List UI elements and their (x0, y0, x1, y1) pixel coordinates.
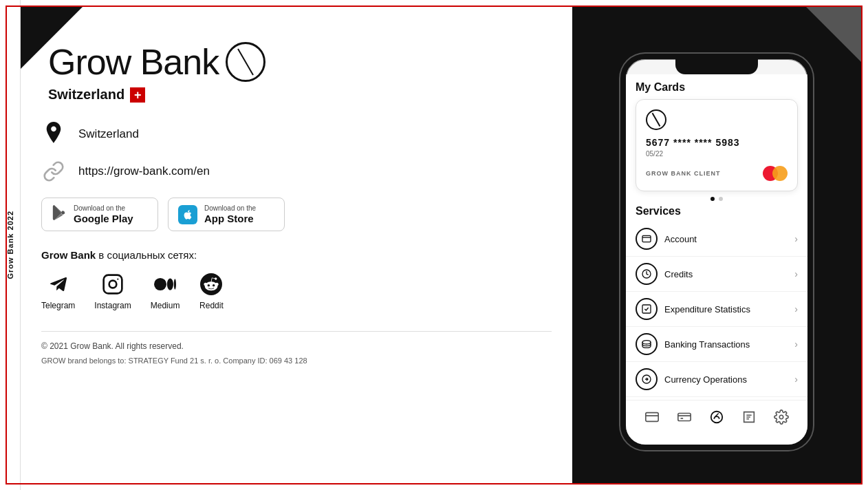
svg-rect-0 (104, 275, 122, 294)
svg-point-12 (780, 415, 784, 419)
service-item-currency[interactable]: Currency Operations › (626, 362, 807, 397)
social-intro: в социальных сетях: (96, 249, 197, 261)
social-title: Grow Bank в социальных сетях: (41, 249, 552, 261)
social-brand-bold: Grow Bank (41, 249, 96, 261)
right-panel: My Cards 5677 **** **** 5983 05/22 GROW … (572, 7, 861, 483)
mastercard-icon (763, 166, 788, 181)
swiss-flag-icon (130, 87, 145, 103)
google-play-icon (52, 205, 67, 224)
nav-card-icon[interactable] (675, 407, 694, 427)
card-dot-2 (719, 197, 723, 201)
expenditure-label: Expenditure Statistics (664, 304, 794, 315)
brand-notice-text: GROW brand belongs to: STRATEGY Fund 21 … (41, 356, 552, 365)
account-label: Account (664, 234, 794, 244)
website-item[interactable]: https://grow-bank.com/en (41, 159, 552, 184)
currency-icon (636, 368, 658, 390)
telegram-icon (46, 272, 71, 297)
account-icon (636, 228, 658, 250)
sidebar-text: Grow Bank 2022 (6, 211, 14, 279)
brand-subtitle: Switzerland (48, 87, 552, 103)
service-item-account[interactable]: Account › (626, 222, 807, 257)
copyright-text: © 2021 Grow Bank. All rights reserved. (41, 341, 552, 351)
social-item-instagram[interactable]: Instagram (94, 272, 131, 310)
phone-notch (675, 59, 758, 74)
svg-point-2 (117, 279, 118, 280)
card-dots (626, 197, 807, 201)
instagram-icon (100, 272, 125, 297)
service-item-banking[interactable]: Banking Transactions › (626, 327, 807, 362)
location-icon (41, 122, 66, 147)
card-container: 5677 **** **** 5983 05/22 GROW BANK CLIE… (626, 99, 807, 191)
app-store-small: Download on the (204, 204, 256, 213)
banking-icon (636, 333, 658, 355)
nav-settings-icon[interactable] (772, 407, 791, 427)
card-logo-icon (646, 109, 666, 130)
service-item-expenditure[interactable]: Expenditure Statistics › (626, 292, 807, 327)
app-store-text: Download on the App Store (204, 204, 256, 225)
link-icon (41, 159, 66, 184)
website-url[interactable]: https://grow-bank.com/en (78, 164, 210, 178)
app-store-large: App Store (204, 213, 256, 225)
logo-area: Grow Bank Switzerland (48, 41, 552, 103)
svg-point-6 (642, 341, 651, 344)
info-section: Switzerland https://grow-bank.com/en (41, 122, 552, 184)
svg-rect-9 (678, 414, 691, 421)
google-play-text: Download on the Google Play (74, 204, 133, 225)
phone-mockup: My Cards 5677 **** **** 5983 05/22 GROW … (620, 54, 813, 450)
logo-title: Grow Bank (48, 41, 552, 83)
nav-home-icon[interactable] (707, 407, 726, 427)
card-client-label: GROW BANK CLIENT (646, 170, 721, 177)
currency-arrow: › (794, 374, 798, 385)
credits-label: Credits (664, 269, 794, 279)
expenditure-icon (636, 298, 658, 320)
my-cards-title: My Cards (626, 81, 807, 94)
phone-bottom-nav (626, 400, 807, 431)
services-title: Services (626, 205, 807, 217)
sidebar-label: Grow Bank 2022 (0, 0, 21, 490)
banking-label: Banking Transactions (664, 339, 794, 350)
brand-country: Switzerland (48, 87, 124, 103)
credits-arrow: › (794, 268, 798, 279)
social-item-telegram[interactable]: Telegram (41, 272, 75, 310)
social-links: Telegram Instagram (41, 272, 552, 310)
social-item-reddit[interactable]: Reddit (199, 272, 224, 310)
triangle-decoration-top-left (21, 7, 83, 69)
service-item-credits[interactable]: Credits › (626, 257, 807, 292)
download-buttons: Download on the Google Play Download on … (41, 198, 552, 231)
reddit-icon (199, 272, 224, 297)
location-item: Switzerland (41, 122, 552, 147)
telegram-label: Telegram (41, 301, 75, 310)
medium-icon (153, 272, 177, 297)
app-store-button[interactable]: Download on the App Store (168, 198, 285, 231)
instagram-label: Instagram (94, 301, 131, 310)
medium-label: Medium (151, 301, 180, 310)
svg-rect-3 (642, 235, 651, 242)
svg-rect-8 (645, 413, 658, 422)
social-item-medium[interactable]: Medium (151, 272, 180, 310)
svg-rect-5 (642, 305, 651, 313)
reddit-label: Reddit (199, 301, 224, 310)
app-store-icon (178, 205, 197, 224)
footer: © 2021 Grow Bank. All rights reserved. G… (41, 331, 552, 365)
nav-receipt-icon[interactable] (739, 407, 759, 427)
banking-arrow: › (794, 339, 798, 350)
credits-icon (636, 263, 658, 285)
svg-point-1 (109, 281, 117, 288)
expenditure-arrow: › (794, 303, 798, 315)
nav-wallet-icon[interactable] (642, 407, 662, 427)
currency-label: Currency Operations (664, 374, 794, 385)
svg-point-10 (711, 412, 723, 423)
bank-card: 5677 **** **** 5983 05/22 GROW BANK CLIE… (636, 99, 798, 191)
card-dot-1 (710, 197, 715, 201)
location-text: Switzerland (78, 127, 139, 141)
card-number: 5677 **** **** 5983 (646, 137, 788, 148)
card-bottom: GROW BANK CLIENT (646, 166, 788, 181)
google-play-button[interactable]: Download on the Google Play (41, 198, 158, 231)
google-play-small: Download on the (74, 204, 133, 213)
social-section: Grow Bank в социальных сетях: Telegram (41, 249, 552, 310)
card-expiry: 05/22 (646, 150, 788, 158)
triangle-decoration-top-right (806, 7, 861, 62)
google-play-large: Google Play (74, 213, 133, 225)
left-panel: Grow Bank Switzerland Switzerland (21, 7, 572, 483)
phone-screen: My Cards 5677 **** **** 5983 05/22 GROW … (626, 74, 807, 445)
